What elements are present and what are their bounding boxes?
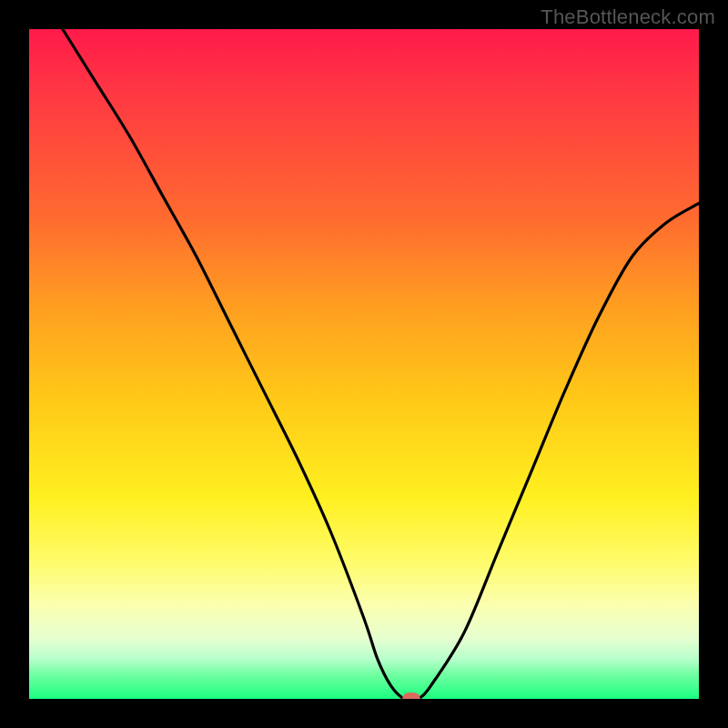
optimal-marker <box>402 693 420 699</box>
watermark-text: TheBottleneck.com <box>541 5 715 29</box>
bottleneck-curve <box>63 29 699 699</box>
chart-frame: TheBottleneck.com <box>0 0 728 728</box>
plot-area <box>29 29 699 699</box>
curve-svg <box>29 29 699 699</box>
